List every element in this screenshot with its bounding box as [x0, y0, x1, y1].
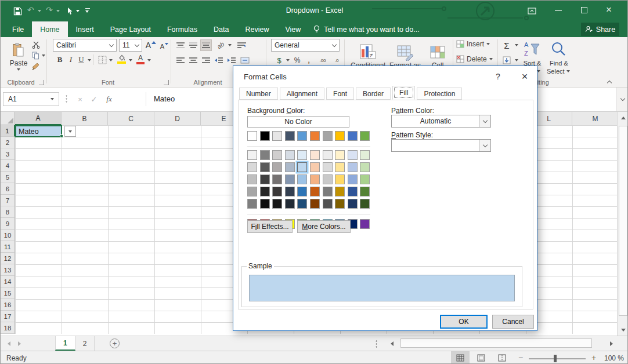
ribbon-tab-page-layout[interactable]: Page Layout — [102, 21, 159, 37]
fill-down-button[interactable] — [501, 54, 512, 66]
close-button[interactable] — [606, 4, 612, 16]
pattern-style-dropdown[interactable] — [391, 139, 491, 152]
ribbon-tab-file[interactable]: File — [4, 21, 32, 37]
color-swatch-a6a6a6[interactable] — [247, 187, 257, 196]
decrease-decimal-button[interactable]: .0 — [330, 54, 343, 66]
autosum-dropdown-icon[interactable] — [515, 44, 518, 46]
column-header-A[interactable]: A — [15, 112, 62, 125]
font-dialog-launcher[interactable] — [164, 80, 169, 85]
color-swatch-000000[interactable] — [260, 131, 270, 141]
tab-split-handle[interactable] — [376, 340, 377, 348]
color-swatch-d6dce4[interactable] — [285, 150, 295, 160]
color-swatch-9dc3e6[interactable] — [297, 174, 307, 184]
underline-dropdown-icon[interactable] — [88, 59, 91, 61]
ribbon-tab-review[interactable]: Review — [237, 21, 277, 37]
font-size-combo[interactable]: 11 — [119, 39, 142, 52]
fill-effects-button[interactable]: Fill Effects... — [247, 220, 293, 233]
underline-button[interactable]: U — [77, 54, 85, 65]
color-swatch-1f4e79[interactable] — [297, 199, 307, 209]
bold-button[interactable]: B — [55, 54, 64, 65]
color-swatch-d0cece[interactable] — [272, 150, 282, 160]
insert-cells-button[interactable]: Insert — [456, 40, 490, 48]
normal-view-button[interactable] — [451, 351, 470, 364]
row-header-14[interactable]: 14 — [1, 276, 15, 287]
row-header-5[interactable]: 5 — [1, 172, 15, 183]
font-name-combo[interactable]: Calibri — [53, 39, 117, 52]
color-swatch-fee599[interactable] — [335, 162, 345, 172]
color-swatch-f7cbac[interactable] — [310, 162, 320, 172]
dialog-tab-border[interactable]: Border — [356, 88, 391, 100]
cancel-button[interactable]: Cancel — [492, 315, 534, 329]
row-header-11[interactable]: 11 — [1, 241, 15, 253]
color-swatch-fff2cc[interactable] — [335, 150, 345, 160]
color-swatch-bf9000[interactable] — [335, 187, 345, 196]
formula-bar-value[interactable]: Mateo — [154, 94, 175, 103]
color-swatch-548235[interactable] — [360, 187, 370, 196]
autosum-button[interactable]: Σ — [501, 39, 512, 51]
new-sheet-button[interactable]: + — [110, 338, 120, 348]
clipboard-dialog-launcher[interactable] — [39, 80, 44, 85]
zoom-level-label[interactable]: 100 % — [600, 354, 624, 362]
delete-cells-button[interactable]: Delete — [456, 55, 493, 63]
color-swatch-4472c4[interactable] — [348, 131, 358, 141]
page-layout-view-button[interactable] — [472, 351, 490, 364]
dialog-tab-fill[interactable]: Fill — [392, 86, 415, 100]
share-button[interactable]: Share — [581, 23, 619, 36]
color-swatch-222b35[interactable] — [285, 199, 295, 209]
expand-formula-bar-button[interactable] — [616, 88, 628, 111]
color-swatch-757171[interactable] — [272, 174, 282, 184]
ribbon-tab-view[interactable]: View — [277, 21, 309, 37]
orientation-dropdown-icon[interactable] — [228, 44, 232, 46]
column-header-M[interactable]: M — [572, 112, 617, 125]
copy-button[interactable] — [31, 51, 40, 60]
zoom-in-button[interactable]: + — [589, 352, 598, 363]
color-swatch-e7e6e6[interactable] — [272, 131, 282, 141]
cell-a1[interactable]: Mateo — [15, 125, 62, 137]
align-left-button[interactable] — [175, 54, 186, 66]
color-swatch-a5a5a5[interactable] — [323, 131, 333, 141]
align-center-button[interactable] — [187, 54, 199, 66]
color-swatch-ededed[interactable] — [323, 150, 333, 160]
color-swatch-3b3838[interactable] — [272, 187, 282, 196]
color-swatch-d9e2f3[interactable] — [348, 150, 358, 160]
color-swatch-5b9bd5[interactable] — [297, 131, 307, 141]
decrease-indent-button[interactable] — [213, 54, 225, 66]
color-swatch-8496b0[interactable] — [285, 174, 295, 184]
color-swatch-d9d9d9[interactable] — [247, 162, 257, 172]
dialog-tab-alignment[interactable]: Alignment — [280, 88, 324, 100]
color-swatch-2e75b6[interactable] — [297, 187, 307, 196]
color-swatch-262626[interactable] — [260, 187, 270, 196]
tell-me-box[interactable]: Tell me what you want to do... — [313, 21, 420, 37]
maximize-button[interactable] — [581, 7, 587, 13]
color-swatch-deebf6[interactable] — [297, 150, 307, 160]
scroll-right-button[interactable] — [605, 338, 617, 349]
column-header-B[interactable]: B — [62, 112, 108, 125]
page-break-view-button[interactable] — [493, 351, 511, 364]
italic-button[interactable]: I — [67, 54, 75, 65]
color-swatch-7f5f00[interactable] — [335, 199, 345, 209]
color-swatch-fbe5d5[interactable] — [310, 150, 320, 160]
find-select-button[interactable] — [548, 39, 568, 59]
data-validation-dropdown-button[interactable] — [64, 126, 76, 137]
column-header-C[interactable]: C — [108, 112, 154, 125]
collapse-ribbon-button[interactable] — [608, 79, 611, 85]
next-sheet-button[interactable] — [18, 341, 21, 346]
row-header-8[interactable]: 8 — [1, 206, 15, 218]
ribbon-tab-insert[interactable]: Insert — [68, 21, 102, 37]
dialog-tab-font[interactable]: Font — [326, 88, 354, 100]
color-swatch-bdd7ee[interactable] — [297, 162, 307, 172]
color-swatch-f2f2f2[interactable] — [247, 150, 257, 160]
scroll-down-button[interactable] — [618, 324, 628, 336]
sort-filter-button[interactable]: AZ — [521, 38, 544, 59]
color-swatch-1f3864[interactable] — [348, 199, 358, 209]
cancel-entry-button[interactable] — [74, 93, 86, 105]
sheet-tab-2[interactable]: 2 — [75, 336, 95, 351]
row-header-13[interactable]: 13 — [1, 264, 15, 276]
color-swatch-ffffff[interactable] — [247, 131, 257, 141]
row-header-17[interactable]: 17 — [1, 311, 15, 322]
color-swatch-7f7f7f[interactable] — [247, 199, 257, 209]
decrease-font-size-button[interactable]: A — [158, 41, 170, 52]
color-swatch-ffd966[interactable] — [335, 174, 345, 184]
row-header-6[interactable]: 6 — [1, 183, 15, 195]
increase-indent-button[interactable] — [226, 54, 237, 66]
